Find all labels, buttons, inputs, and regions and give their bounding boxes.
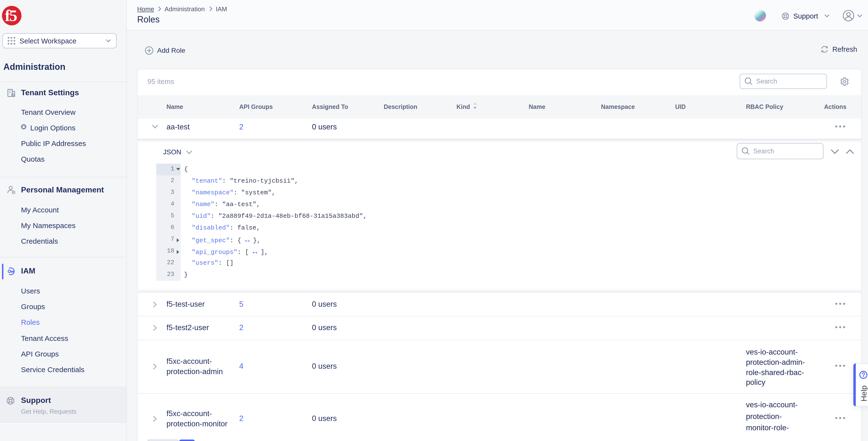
svg-text:f5: f5 bbox=[5, 7, 17, 24]
